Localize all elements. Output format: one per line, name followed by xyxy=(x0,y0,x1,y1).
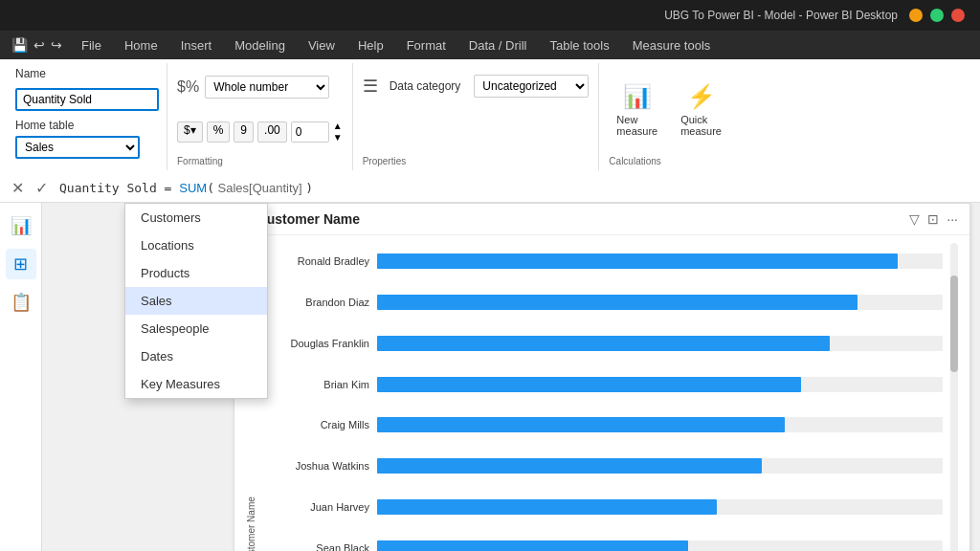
table-row: Sean Black xyxy=(264,540,943,551)
bar-track xyxy=(377,499,943,515)
format-type-select[interactable]: Whole number Decimal Fixed decimal xyxy=(205,76,329,99)
menu-bar: 💾 ↩ ↪ File Home Insert Modeling View Hel… xyxy=(0,31,980,59)
bar-label: Sean Black xyxy=(264,542,369,551)
bar-fill xyxy=(377,458,762,474)
dropdown-customers[interactable]: Customers xyxy=(125,204,267,231)
new-measure-btn[interactable]: 📊 Newmeasure xyxy=(609,79,665,141)
chart-header: y Customer Name ▽ ⊡ ··· xyxy=(234,204,969,235)
bar-fill xyxy=(377,499,717,515)
bar-label: Juan Harvey xyxy=(264,501,369,513)
chart-more-icon[interactable]: ··· xyxy=(947,211,958,227)
menu-tabletools[interactable]: Table tools xyxy=(538,34,620,56)
quick-measure-btn[interactable]: ⚡ Quickmeasure xyxy=(673,79,729,141)
formula-cross-btn[interactable]: ✕ xyxy=(8,179,28,197)
decrement-btn[interactable]: ▼ xyxy=(333,132,343,143)
chart-bars-container: Ronald BradleyBrandon DiazDouglas Frankl… xyxy=(264,243,943,551)
redo-icon[interactable]: ↪ xyxy=(51,37,62,53)
dropdown-products[interactable]: Products xyxy=(125,259,267,287)
datacategory-icon: ☰ xyxy=(363,76,378,97)
dropdown-salespeople[interactable]: Salespeople xyxy=(125,315,267,342)
formula-check-btn[interactable]: ✓ xyxy=(32,179,52,197)
home-table-dropdown: Customers Locations Products Sales Sales… xyxy=(124,203,268,399)
quick-measure-icon: ⚡ xyxy=(687,83,716,110)
dollar-prefix-icon: $% xyxy=(177,78,199,96)
table-row: Douglas Franklin xyxy=(264,336,943,351)
sidebar-data-icon[interactable]: ⊞ xyxy=(6,249,36,279)
menu-view[interactable]: View xyxy=(297,34,346,56)
decimal-places-input[interactable] xyxy=(291,121,329,143)
bar-track xyxy=(377,540,943,551)
table-row: Joshua Watkins xyxy=(264,458,943,474)
table-row: Ronald Bradley xyxy=(264,253,943,269)
percent-btn[interactable]: % xyxy=(207,121,231,143)
decimal-btn[interactable]: .00 xyxy=(257,121,287,143)
dropdown-sales[interactable]: Sales xyxy=(125,287,267,315)
comma-btn[interactable]: 9 xyxy=(234,121,254,143)
name-section: Name Home table Sales Customers Location… xyxy=(8,63,167,170)
menu-home[interactable]: Home xyxy=(113,34,169,56)
minimize-btn[interactable] xyxy=(909,9,923,22)
menu-help[interactable]: Help xyxy=(346,34,395,56)
chart-scroll-thumb[interactable] xyxy=(950,276,958,372)
formatting-label: Formatting xyxy=(177,152,343,166)
sidebar-report-icon[interactable]: 📊 xyxy=(6,210,36,241)
bar-track xyxy=(377,417,943,432)
table-row: Brandon Diaz xyxy=(264,295,943,310)
window-controls xyxy=(909,9,965,22)
bar-fill xyxy=(377,253,898,269)
dollar-btn[interactable]: $▾ xyxy=(177,121,203,143)
new-measure-label: Newmeasure xyxy=(616,114,657,137)
maximize-btn[interactable] xyxy=(930,9,944,22)
formula-function: SUM xyxy=(179,181,207,195)
menu-modeling[interactable]: Modeling xyxy=(223,34,297,56)
chart-icon-group: ▽ ⊡ ··· xyxy=(909,211,958,227)
chart-filter-icon[interactable]: ▽ xyxy=(909,211,920,227)
main-area: 📊 ⊞ 📋 Customers Locations Products Sales… xyxy=(0,203,980,551)
bar-track xyxy=(377,458,943,474)
menu-file[interactable]: File xyxy=(70,34,113,56)
bar-track xyxy=(377,295,943,310)
bar-fill xyxy=(377,336,830,351)
formatting-section: $% Whole number Decimal Fixed decimal $▾… xyxy=(167,63,353,170)
properties-label: Properties xyxy=(363,152,590,166)
datacategory-select[interactable]: Uncategorized Address URL xyxy=(474,75,589,98)
dropdown-dates[interactable]: Dates xyxy=(125,342,267,370)
bar-fill xyxy=(377,377,801,392)
menu-datadrill[interactable]: Data / Drill xyxy=(457,34,539,56)
increment-btn[interactable]: ▲ xyxy=(333,121,343,131)
name-label: Name xyxy=(15,67,46,80)
datacategory-label: Data category xyxy=(390,79,461,93)
formula-ops: ✕ ✓ xyxy=(8,179,52,197)
menu-items: File Home Insert Modeling View Help Form… xyxy=(70,34,722,56)
dropdown-locations[interactable]: Locations xyxy=(125,231,267,259)
home-table-select[interactable]: Sales Customers Locations Products Sales… xyxy=(15,136,140,159)
chart-body: Customer Name Ronald BradleyBrandon Diaz… xyxy=(234,235,969,551)
content-area: Customers Locations Products Sales Sales… xyxy=(42,203,980,551)
name-input[interactable] xyxy=(15,88,159,111)
quick-measure-label: Quickmeasure xyxy=(680,114,722,137)
dropdown-keymeasures[interactable]: Key Measures xyxy=(125,370,267,398)
table-row: Craig Mills xyxy=(264,417,943,432)
quick-access-toolbar: 💾 ↩ ↪ xyxy=(4,37,70,53)
ribbon: Name Home table Sales Customers Location… xyxy=(0,59,980,174)
bar-fill xyxy=(377,540,688,551)
menu-insert[interactable]: Insert xyxy=(169,34,224,56)
sidebar-model-icon[interactable]: 📋 xyxy=(6,287,36,318)
menu-measuretools[interactable]: Measure tools xyxy=(621,34,723,56)
chart-expand-icon[interactable]: ⊡ xyxy=(927,211,939,227)
title-bar: UBG To Power BI - Model - Power BI Deskt… xyxy=(0,0,980,31)
bar-track xyxy=(377,253,943,269)
undo-icon[interactable]: ↩ xyxy=(33,37,45,53)
properties-section: ☰ Data category Uncategorized Address UR… xyxy=(353,63,600,170)
calculations-section: 📊 Newmeasure ⚡ Quickmeasure Calculations xyxy=(599,63,739,170)
new-measure-icon: 📊 xyxy=(623,83,652,110)
close-btn[interactable] xyxy=(951,9,965,22)
formula-text: Quantity Sold = SUM( Sales[Quantity] ) xyxy=(59,181,313,195)
bar-label: Craig Mills xyxy=(264,419,369,430)
bar-label: Brandon Diaz xyxy=(264,297,369,308)
menu-format[interactable]: Format xyxy=(395,34,457,56)
window-title: UBG To Power BI - Model - Power BI Deskt… xyxy=(664,9,898,22)
bar-track xyxy=(377,377,943,392)
save-icon[interactable]: 💾 xyxy=(11,37,28,53)
chart-scrollbar[interactable] xyxy=(950,243,958,551)
